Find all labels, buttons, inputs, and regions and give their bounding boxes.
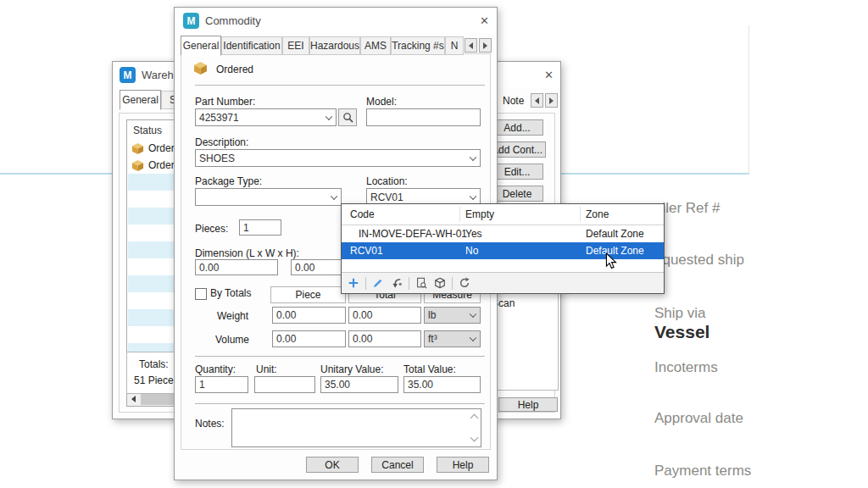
warehouse-help-button-label: Help [518,399,539,411]
scrollbar-left-button[interactable] [127,393,140,405]
right-arrow-icon [483,42,487,49]
warehouse-tab-scroll-left-button[interactable] [531,93,543,108]
help-button[interactable]: Help [437,457,489,473]
chevron-down-icon[interactable] [326,113,332,119]
bg-field-incoterms: Incoterms [654,359,718,376]
description-value: SHOES [199,152,235,164]
pieces-input[interactable]: 1 [239,219,281,236]
model-input[interactable] [366,108,481,126]
divider [195,356,485,357]
commodity-tab-scroll-right-button[interactable] [479,38,492,53]
part-number-label: Part Number: [195,96,255,108]
warehouse-app-logo-icon: M [120,67,136,83]
package-type-combobox[interactable] [195,188,342,206]
totals-value: 51 Pieces [134,374,179,386]
chevron-down-icon[interactable] [470,153,476,160]
bg-field-ship-via: Ship via [654,305,705,322]
weight-row-label: Weight [217,310,248,322]
edit-button[interactable]: Edit... [491,164,543,180]
commodity-title: Commodity [205,14,261,27]
left-arrow-icon [131,396,136,402]
pieces-value: 1 [243,222,249,234]
unitary-value-input[interactable]: 35.00 [320,376,398,393]
commodity-tab-hazardous[interactable]: Hazardous [309,36,360,55]
delete-button-label: Delete [503,188,532,200]
commodity-tab-eei[interactable]: EEI [282,36,309,55]
commodity-tab-scroll-left-button[interactable] [465,38,477,53]
warehouse-close-icon[interactable]: ✕ [544,69,554,81]
part-number-combobox[interactable]: 4253971 [195,108,337,126]
package-box-icon[interactable] [433,276,447,290]
delete-button[interactable]: Delete [491,186,543,202]
add-button-label: Add... [504,122,530,134]
bg-field-approval-date: Approval date [654,410,743,427]
commodity-tab-clipped[interactable]: N [445,36,464,55]
volume-measure-combobox[interactable]: ft³ [424,330,481,347]
weight-measure-combobox[interactable]: lb [424,307,481,324]
popup-toolbar [342,272,664,293]
edit-pencil-icon[interactable] [371,276,385,290]
weight-total-input[interactable]: 0.00 [348,307,421,324]
preview-document-icon[interactable] [415,276,428,290]
commodity-tab-general[interactable]: General [181,36,221,56]
commodity-tab-ams[interactable]: AMS [360,36,391,55]
popup-cell-zone: Default Zone [586,228,644,240]
move-arrow-icon[interactable] [390,276,403,290]
scroll-down-icon[interactable] [470,434,479,442]
chevron-down-icon[interactable] [470,335,476,341]
popup-row-in-move[interactable]: IN-MOVE-DEFA-WH-01 Yes Default Zone [342,225,664,242]
chevron-down-icon[interactable] [470,311,476,318]
commodity-tab-tracking[interactable]: Tracking #s [391,36,445,55]
description-combobox[interactable]: SHOES [195,149,481,167]
popup-column-empty[interactable]: Empty [465,208,494,220]
volume-total-value: 0.00 [353,333,372,345]
left-arrow-icon [469,42,473,49]
mouse-cursor [605,252,617,269]
dimension-length-input[interactable]: 0.00 [195,259,278,275]
ok-button-label: OK [325,459,339,471]
add-cont-button-label: Add Cont... [492,144,542,156]
by-totals-label: By Totals [210,287,251,299]
unitary-value-label: Unitary Value: [320,363,383,375]
column-divider [459,207,460,222]
commodity-close-icon[interactable]: ✕ [480,14,489,27]
dimension-label: Dimension (L x W x H): [195,247,299,259]
unitary-value: 35.00 [325,379,350,391]
total-value-input[interactable]: 35.00 [403,376,481,393]
chevron-down-icon[interactable] [470,192,476,199]
chevron-down-icon[interactable] [331,192,337,199]
package-status-icon [193,61,208,75]
volume-total-input[interactable]: 0.00 [348,330,421,347]
grid-column-piece: Piece [270,286,346,303]
by-totals-checkbox[interactable] [195,288,207,300]
warehouse-tab-notes[interactable]: Note [503,95,524,107]
commodity-titlebar[interactable]: M Commodity ✕ [175,8,497,33]
add-button[interactable]: Add... [491,119,543,136]
notes-textarea[interactable] [231,408,481,447]
volume-piece-input[interactable]: 0.00 [272,330,346,347]
refresh-icon[interactable] [458,276,471,290]
volume-piece-value: 0.00 [276,333,296,345]
ok-button[interactable]: OK [306,457,359,473]
tab-label: EEI [287,40,303,52]
notes-label: Notes: [195,418,225,430]
quantity-input[interactable]: 1 [195,376,248,393]
popup-cell-empty: No [465,245,478,257]
popup-column-zone[interactable]: Zone [586,208,609,220]
toolbar-divider [365,277,366,290]
warehouse-tab-general[interactable]: General [120,90,161,110]
description-label: Description: [195,136,248,148]
popup-column-code[interactable]: Code [350,208,375,220]
weight-piece-value: 0.00 [276,309,296,321]
popup-cell-empty: Yes [465,228,482,240]
warehouse-tab-scroll-right-button[interactable] [545,93,558,108]
unit-input[interactable] [254,376,315,393]
scroll-up-icon[interactable] [470,414,479,423]
commodity-tab-identification[interactable]: Identification [221,36,282,55]
list-column-status[interactable]: Status [133,125,162,136]
warehouse-help-button[interactable]: Help [498,397,558,412]
cancel-button[interactable]: Cancel [371,457,424,473]
add-icon[interactable] [347,276,360,290]
weight-piece-input[interactable]: 0.00 [272,307,346,324]
part-number-search-button[interactable] [338,108,357,126]
